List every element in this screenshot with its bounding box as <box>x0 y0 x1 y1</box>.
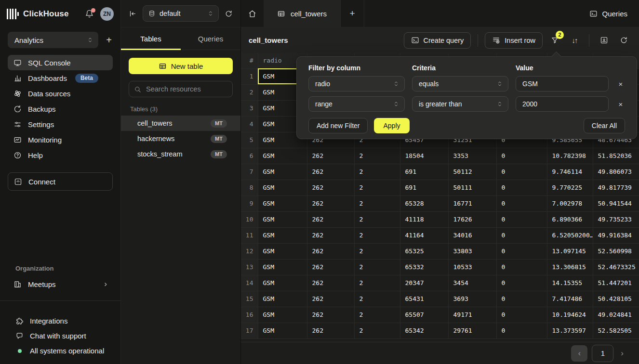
create-query-button[interactable]: Create query <box>404 32 471 49</box>
clear-all-button[interactable]: Clear All <box>584 118 625 133</box>
cell[interactable]: 9.770225 <box>547 180 593 195</box>
cell[interactable]: 65431 <box>400 291 448 307</box>
footer-item-all-systems-operational[interactable]: All systems operational <box>0 343 120 358</box>
tab-cell-towers[interactable]: cell_towers <box>264 0 341 27</box>
table-list-item-cell-towers[interactable]: cell_towersMT <box>121 116 240 131</box>
home-button[interactable] <box>241 0 264 27</box>
sidebar-item-settings[interactable]: Settings <box>8 117 113 132</box>
cell[interactable]: 262 <box>307 180 354 195</box>
cell[interactable]: 65507 <box>400 307 448 323</box>
cell[interactable]: 3353 <box>448 148 496 164</box>
sidebar-item-monitoring[interactable]: Monitoring <box>8 132 113 147</box>
cell[interactable]: 0 <box>496 164 547 180</box>
filter-criteria-select[interactable]: equals <box>412 76 508 91</box>
cell[interactable]: 10533 <box>448 259 496 275</box>
cell[interactable]: 52.560998 <box>593 243 639 259</box>
cell[interactable]: 17626 <box>448 211 496 227</box>
cell[interactable]: 2 <box>354 195 400 211</box>
search-resources-box[interactable] <box>129 81 233 97</box>
cell[interactable]: GSM <box>258 243 307 259</box>
filter-value-input[interactable] <box>516 76 609 91</box>
cell[interactable]: 50112 <box>448 164 496 180</box>
cell[interactable]: 262 <box>307 148 354 164</box>
cell[interactable]: 0 <box>496 195 547 211</box>
cell[interactable]: 3693 <box>448 291 496 307</box>
cell[interactable]: 2 <box>354 259 400 275</box>
filter-column-select[interactable]: range <box>308 96 405 112</box>
sidebar-item-data-sources[interactable]: Data sources <box>8 86 113 101</box>
new-table-button[interactable]: New table <box>129 58 233 74</box>
current-page[interactable]: 1 <box>592 345 613 362</box>
cell[interactable]: 0 <box>496 291 547 307</box>
cell[interactable]: 262 <box>307 211 354 227</box>
cell[interactable]: 6.890366 <box>547 211 593 227</box>
table-list-item-stocks-stream[interactable]: stocks_streamMT <box>121 146 240 162</box>
cell[interactable]: 2 <box>354 291 400 307</box>
cell[interactable]: 51.447201 <box>593 275 639 291</box>
cell[interactable]: 34016 <box>448 227 496 243</box>
cell[interactable]: 50111 <box>448 180 496 195</box>
cell[interactable]: 13.097145 <box>547 243 593 259</box>
cell[interactable]: 49.916384 <box>593 227 639 243</box>
cell[interactable]: GSM <box>258 164 307 180</box>
cell[interactable]: GSM <box>258 323 307 338</box>
cell[interactable]: 16771 <box>448 195 496 211</box>
cell[interactable]: 41118 <box>400 211 448 227</box>
cell[interactable]: 10.194624 <box>547 307 593 323</box>
insert-row-button[interactable]: Insert row <box>485 32 543 49</box>
sort-button[interactable]: ↓↑ <box>567 32 582 49</box>
cell[interactable]: 49171 <box>448 307 496 323</box>
cell[interactable]: 50.428105 <box>593 291 639 307</box>
cell[interactable]: 262 <box>307 195 354 211</box>
footer-item-integrations[interactable]: Integrations <box>0 313 120 328</box>
cell[interactable]: GSM <box>258 148 307 164</box>
cell[interactable]: 0 <box>496 275 547 291</box>
collapse-panel-icon[interactable] <box>129 10 137 18</box>
footer-item-chat-with-support[interactable]: Chat with support <box>0 328 120 343</box>
cell[interactable]: 2 <box>354 164 400 180</box>
cell[interactable]: 262 <box>307 275 354 291</box>
cell[interactable]: 7.417486 <box>547 291 593 307</box>
cell[interactable]: 65328 <box>400 195 448 211</box>
cell[interactable]: 0 <box>496 180 547 195</box>
cell[interactable]: 6.52050200… <box>547 227 593 243</box>
queries-button[interactable]: Queries <box>578 0 639 27</box>
connect-button[interactable]: Connect <box>8 172 113 191</box>
cell[interactable]: 0 <box>496 211 547 227</box>
apply-button[interactable]: Apply <box>374 118 409 133</box>
cell[interactable]: 3454 <box>448 275 496 291</box>
cell[interactable]: 0 <box>496 259 547 275</box>
cell[interactable]: 2 <box>354 243 400 259</box>
cell[interactable]: 262 <box>307 227 354 243</box>
cell[interactable]: 2 <box>354 148 400 164</box>
remove-filter-button[interactable]: × <box>616 100 626 108</box>
cell[interactable]: 262 <box>307 243 354 259</box>
tab-tables[interactable]: Tables <box>121 27 181 50</box>
avatar[interactable]: ZN <box>100 7 114 21</box>
cell[interactable]: 7.002978 <box>547 195 593 211</box>
cell[interactable]: 33803 <box>448 243 496 259</box>
sidebar-item-backups[interactable]: Backups <box>8 101 113 117</box>
cell[interactable]: 29761 <box>448 323 496 338</box>
refresh-icon[interactable] <box>225 10 233 18</box>
cell[interactable]: 0 <box>496 148 547 164</box>
cell[interactable]: GSM <box>258 195 307 211</box>
cell[interactable]: GSM <box>258 307 307 323</box>
cell[interactable]: 262 <box>307 307 354 323</box>
cell[interactable]: 65325 <box>400 243 448 259</box>
add-workspace-button[interactable]: + <box>105 35 113 45</box>
cell[interactable]: 65332 <box>400 259 448 275</box>
sidebar-item-help[interactable]: Help <box>8 147 113 163</box>
cell[interactable]: 2 <box>354 180 400 195</box>
cell[interactable]: 13.306815 <box>547 259 593 275</box>
add-filter-button[interactable]: Add new Filter <box>308 118 368 133</box>
filter-button[interactable]: 2 <box>547 32 562 49</box>
cell[interactable]: 52.4673325 <box>593 259 639 275</box>
refresh-button[interactable] <box>616 32 631 49</box>
cell[interactable]: 20347 <box>400 275 448 291</box>
cell[interactable]: 65342 <box>400 323 448 338</box>
cell[interactable]: 50.941544 <box>593 195 639 211</box>
next-page-button[interactable]: › <box>618 349 626 358</box>
cell[interactable]: 51.852036 <box>593 148 639 164</box>
cell[interactable]: 0 <box>496 307 547 323</box>
